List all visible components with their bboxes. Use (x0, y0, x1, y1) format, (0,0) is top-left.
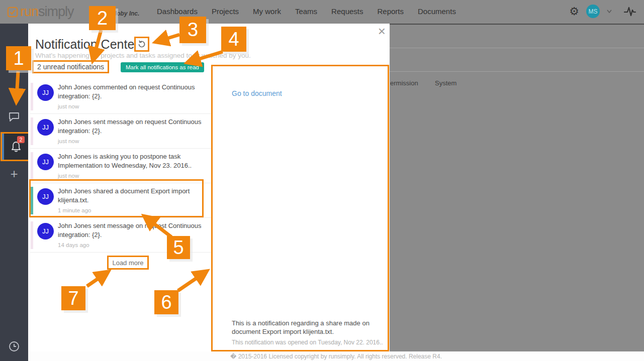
avatar: JJ (37, 84, 54, 101)
avatar: JJ (37, 119, 54, 136)
add-plus-icon[interactable]: + (0, 166, 28, 182)
unread-indicator-bar (31, 152, 33, 180)
unread-indicator-bar (31, 117, 33, 145)
logo-text-run: run (20, 4, 38, 20)
notification-item-selected[interactable]: JJ John Jones shared a document Export i… (30, 183, 212, 218)
notification-text: John Jones commented on request Continuo… (58, 83, 205, 100)
unread-indicator-bar (31, 83, 33, 110)
notification-detail-panel: Go to document This is a notification re… (211, 65, 389, 351)
bell-icon (11, 141, 22, 155)
notification-text: John Jones is asking you to postpone tas… (58, 152, 205, 170)
selected-indicator-bar (31, 187, 33, 214)
close-icon[interactable]: × (378, 25, 386, 38)
notification-item[interactable]: JJ John Jones is asking you to postpone … (30, 149, 212, 183)
background-column-header-system: System (435, 79, 456, 87)
callout-number-3: 3 (179, 17, 206, 43)
mark-all-read-button[interactable]: Mark all notifications as read (121, 62, 204, 72)
nav-item-reports[interactable]: Reports (377, 7, 404, 16)
refresh-icon (137, 40, 146, 49)
activity-pulse-icon[interactable] (624, 6, 636, 17)
nav-item-requests[interactable]: Requests (331, 7, 363, 16)
background-divider (390, 48, 644, 48)
notification-text: John Jones shared a document Export impo… (58, 187, 205, 204)
callout-number-5: 5 (167, 236, 190, 259)
background-divider (390, 71, 644, 72)
avatar: JJ (37, 223, 54, 239)
nav-item-my-work[interactable]: My work (253, 7, 281, 16)
nav-item-teams[interactable]: Teams (295, 7, 317, 16)
dimmed-background-page: ermission System (390, 24, 644, 351)
notification-time: just now (58, 173, 79, 179)
left-sidebar: ↩ 2 + (0, 24, 28, 361)
nav-item-projects[interactable]: Projects (212, 7, 239, 16)
notification-time: 14 days ago (58, 242, 89, 248)
notification-time: just now (58, 103, 79, 109)
chat-icon[interactable] (0, 112, 28, 122)
callout-number-4: 4 (221, 27, 246, 52)
notifications-bell-button[interactable]: 2 (1, 132, 30, 161)
notification-text: John Jones sent message on request Conti… (58, 117, 205, 135)
clock-icon[interactable] (0, 341, 28, 352)
notification-list: JJ John Jones commented on request Conti… (30, 79, 212, 253)
avatar: JJ (37, 188, 54, 205)
notification-item[interactable]: JJ John Jones commented on request Conti… (30, 79, 212, 114)
callout-number-7: 7 (61, 286, 85, 310)
page-title: Notification Center (35, 37, 139, 52)
logo-check-icon (7, 7, 18, 18)
nav-item-documents[interactable]: Documents (418, 7, 456, 16)
callout-number-2: 2 (89, 6, 116, 30)
notification-count-badge: 2 (17, 136, 25, 143)
nav-item-dashboards[interactable]: Dashboards (157, 7, 198, 16)
user-avatar[interactable]: MS (586, 5, 600, 18)
gear-icon[interactable]: ⚙ (569, 6, 579, 17)
callout-number-6: 6 (154, 290, 178, 314)
subtitle: What's happening on projects and tasks a… (35, 52, 251, 59)
chevron-down-icon[interactable] (607, 10, 612, 13)
detail-description: This is a notification regarding a share… (232, 319, 387, 336)
company-name: Moby Inc. (112, 10, 139, 17)
notification-item[interactable]: JJ John Jones sent message on request Co… (30, 114, 212, 149)
detail-footer: This is a notification regarding a share… (232, 319, 387, 346)
active-indicator-bar (2, 134, 4, 160)
background-column-header-permission: ermission (390, 79, 418, 87)
avatar: JJ (37, 154, 54, 170)
unread-count-label: 2 unread notifications (32, 60, 109, 73)
top-right-controls: ⚙ MS (569, 0, 636, 23)
detail-opened-info: This notification was opened on Tuesday,… (232, 339, 387, 346)
notification-time: just now (58, 138, 79, 144)
logo-text-simply: simply (38, 4, 74, 20)
app-logo[interactable]: runsimply (7, 4, 74, 20)
unread-indicator-bar (31, 221, 33, 249)
go-to-document-link[interactable]: Go to document (232, 89, 282, 97)
copyright-text: � 2015-2016 Licensed copyright by runsim… (230, 353, 442, 360)
load-more-button[interactable]: Load more (107, 256, 149, 270)
app-root: runsimply Moby Inc. Dashboards Projects … (0, 0, 644, 361)
callout-number-1: 1 (6, 46, 31, 70)
notification-time: 1 minute ago (58, 207, 91, 213)
refresh-button[interactable] (134, 37, 149, 52)
footer-bar: � 2015-2016 Licensed copyright by runsim… (28, 351, 644, 361)
